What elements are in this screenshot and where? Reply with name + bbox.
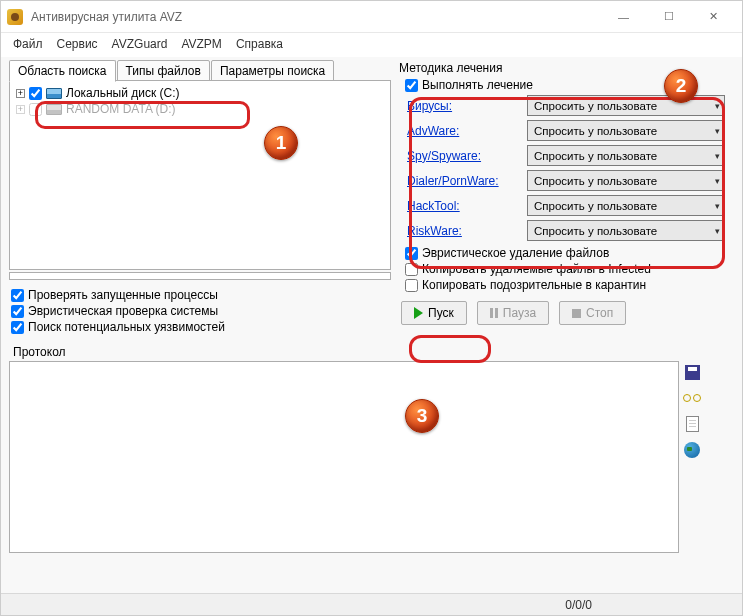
check-processes-label: Проверять запущенные процессы xyxy=(28,288,218,302)
chevron-down-icon: ▾ xyxy=(715,176,720,186)
menu-avzpm[interactable]: AVZPM xyxy=(181,37,221,51)
start-button[interactable]: Пуск xyxy=(401,301,467,325)
check-heuristic-label: Эвристическая проверка системы xyxy=(28,304,218,318)
chevron-down-icon: ▾ xyxy=(715,126,720,136)
drive-tree: + Локальный диск (C:) + RANDOM DATA (D:) xyxy=(9,80,391,270)
tree-row-d[interactable]: + RANDOM DATA (D:) xyxy=(14,101,386,117)
annotation-callout-3: 3 xyxy=(405,399,439,433)
pause-button[interactable]: Пауза xyxy=(477,301,549,325)
path-field[interactable] xyxy=(9,272,391,280)
annotation-callout-2: 2 xyxy=(664,69,698,103)
globe-icon[interactable] xyxy=(683,441,701,459)
check-heur-delete-label: Эвристическое удаление файлов xyxy=(422,246,609,260)
chevron-down-icon: ▾ xyxy=(715,226,720,236)
perform-cure-label: Выполнять лечение xyxy=(422,78,533,92)
expand-icon[interactable]: + xyxy=(16,105,25,114)
statusbar: 0/0/0 xyxy=(1,593,742,615)
check-processes[interactable] xyxy=(11,289,24,302)
left-tabs: Область поиска Типы файлов Параметры пои… xyxy=(9,59,391,81)
tree-label: Локальный диск (C:) xyxy=(66,86,180,100)
tree-checkbox-c[interactable] xyxy=(29,87,42,100)
stop-button[interactable]: Стоп xyxy=(559,301,626,325)
check-copy-quarantine-label: Копировать подозрительные в карантин xyxy=(422,278,646,292)
threat-advware-link[interactable]: AdvWare: xyxy=(407,124,515,138)
tab-search-params[interactable]: Параметры поиска xyxy=(211,60,334,82)
menu-file[interactable]: Файл xyxy=(13,37,43,51)
check-vuln-label: Поиск потенциальных уязвимостей xyxy=(28,320,225,334)
check-copy-infected-label: Копировать удаляемые файлы в Infected xyxy=(422,262,651,276)
protocol-text-area[interactable] xyxy=(9,361,679,553)
dropdown-dialer[interactable]: Спросить у пользовате▾ xyxy=(527,170,725,191)
side-tools xyxy=(683,361,701,553)
tab-file-types[interactable]: Типы файлов xyxy=(117,60,210,82)
dropdown-advware[interactable]: Спросить у пользовате▾ xyxy=(527,120,725,141)
check-heuristic[interactable] xyxy=(11,305,24,318)
doc-icon[interactable] xyxy=(683,415,701,433)
check-copy-quarantine[interactable] xyxy=(405,279,418,292)
expand-icon[interactable]: + xyxy=(16,89,25,98)
tree-checkbox-d[interactable] xyxy=(29,103,42,116)
tree-row-c[interactable]: + Локальный диск (C:) xyxy=(14,85,386,101)
dropdown-viruses[interactable]: Спросить у пользовате▾ xyxy=(527,95,725,116)
save-icon[interactable] xyxy=(683,363,701,381)
check-vuln[interactable] xyxy=(11,321,24,334)
maximize-button[interactable]: ☐ xyxy=(646,3,691,31)
pause-icon xyxy=(490,308,498,318)
check-copy-infected[interactable] xyxy=(405,263,418,276)
minimize-button[interactable]: — xyxy=(601,3,646,31)
status-counters: 0/0/0 xyxy=(565,598,592,612)
play-icon xyxy=(414,307,423,319)
chevron-down-icon: ▾ xyxy=(715,151,720,161)
menu-service[interactable]: Сервис xyxy=(57,37,98,51)
dropdown-hacktool[interactable]: Спросить у пользовате▾ xyxy=(527,195,725,216)
threat-spyware-link[interactable]: Spy/Spyware: xyxy=(407,149,515,163)
threat-viruses-link[interactable]: Вирусы: xyxy=(407,99,515,113)
threat-hacktool-link[interactable]: HackTool: xyxy=(407,199,515,213)
tab-search-area[interactable]: Область поиска xyxy=(9,60,116,82)
dropdown-spyware[interactable]: Спросить у пользовате▾ xyxy=(527,145,725,166)
threat-riskware-link[interactable]: RiskWare: xyxy=(407,224,515,238)
check-perform-cure[interactable] xyxy=(405,79,418,92)
titlebar: Антивирусная утилита AVZ — ☐ ✕ xyxy=(1,1,742,33)
tree-label: RANDOM DATA (D:) xyxy=(66,102,176,116)
drive-icon xyxy=(46,88,62,99)
stop-icon xyxy=(572,309,581,318)
chevron-down-icon: ▾ xyxy=(715,101,720,111)
glasses-icon[interactable] xyxy=(683,389,701,407)
chevron-down-icon: ▾ xyxy=(715,201,720,211)
dropdown-riskware[interactable]: Спросить у пользовате▾ xyxy=(527,220,725,241)
menu-avzguard[interactable]: AVZGuard xyxy=(112,37,168,51)
app-icon xyxy=(7,9,23,25)
drive-icon xyxy=(46,104,62,115)
check-heur-delete[interactable] xyxy=(405,247,418,260)
threat-dialer-link[interactable]: Dialer/PornWare: xyxy=(407,174,515,188)
window-title: Антивирусная утилита AVZ xyxy=(31,10,601,24)
close-button[interactable]: ✕ xyxy=(691,3,736,31)
menu-help[interactable]: Справка xyxy=(236,37,283,51)
protocol-label: Протокол xyxy=(13,345,742,359)
annotation-callout-1: 1 xyxy=(264,126,298,160)
menubar: Файл Сервис AVZGuard AVZPM Справка xyxy=(1,33,742,57)
